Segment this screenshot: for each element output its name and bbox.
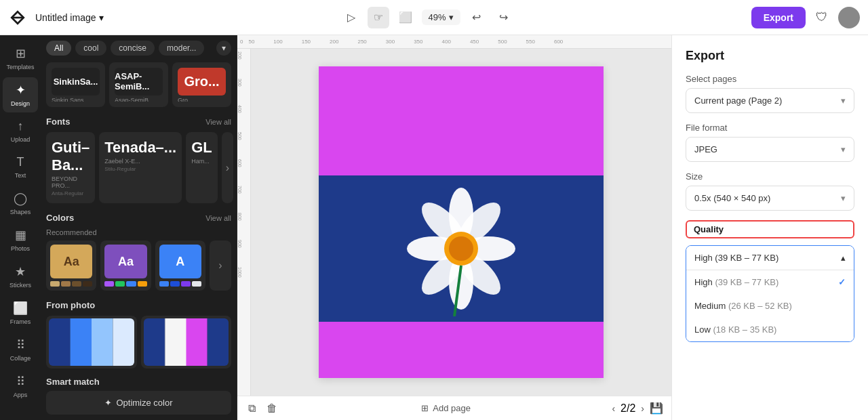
- font-item-name-2: Ham...: [191, 158, 212, 165]
- quality-selected-row[interactable]: High (39 KB – 77 KB) ▴: [686, 246, 854, 270]
- design-icon: ✦: [16, 83, 26, 98]
- quality-option-low[interactable]: Low (18 KB – 35 KB): [686, 318, 854, 341]
- quality-option-label-low: Low (18 KB – 35 KB): [694, 324, 776, 335]
- canvas-top-band: [319, 66, 604, 175]
- colors-view-all[interactable]: View all: [205, 214, 231, 222]
- photo-card-1[interactable]: [141, 316, 232, 369]
- select-pages-label: Select pages: [686, 74, 854, 84]
- color-cards-row: Aa Aa A: [46, 240, 231, 291]
- logo[interactable]: [8, 8, 27, 27]
- canvas-middle-band: [319, 175, 604, 322]
- svg-point-10: [449, 236, 473, 261]
- add-page-icon: ⊞: [421, 403, 429, 413]
- play-icon[interactable]: ▷: [340, 7, 362, 28]
- font-card-preview-2: Gro...: [184, 74, 219, 89]
- sidebar-item-templates[interactable]: ⊞ Templates: [3, 41, 38, 76]
- cursor-icon[interactable]: ☞: [368, 7, 389, 28]
- next-page-btn[interactable]: ›: [641, 403, 644, 414]
- topbar-right: Export 🛡: [751, 7, 860, 28]
- canvas-wrapper: Page 2: [319, 66, 604, 378]
- quality-option-medium[interactable]: Medium (26 KB – 52 KB): [686, 294, 854, 318]
- photo-card-0[interactable]: [46, 316, 137, 369]
- canvas-inner: Page 2: [251, 49, 671, 396]
- add-page-label[interactable]: Add page: [433, 403, 471, 413]
- quality-option-label-medium: Medium (26 KB – 52 KB): [694, 301, 792, 311]
- canvas-frame[interactable]: [319, 66, 604, 378]
- filter-tab-concise[interactable]: concise: [111, 41, 155, 56]
- color-chip: [138, 281, 147, 287]
- avatar[interactable]: [838, 7, 860, 28]
- color-chip: [83, 281, 92, 287]
- font-card-name-2: Gro...: [178, 97, 226, 102]
- color-more-btn[interactable]: ›: [210, 240, 231, 291]
- optimize-icon: ✦: [104, 398, 112, 408]
- export-button[interactable]: Export: [751, 7, 806, 28]
- shield-icon[interactable]: 🛡: [811, 7, 833, 28]
- sidebar-item-shapes[interactable]: ◯ Shapes: [3, 186, 38, 221]
- fonts-view-all[interactable]: View all: [205, 118, 231, 126]
- font-more-btn[interactable]: ›: [222, 132, 233, 203]
- sidebar-item-upload[interactable]: ↑ Upload: [3, 114, 38, 148]
- redo-icon[interactable]: ↪: [493, 7, 515, 28]
- sidebar-item-frames[interactable]: ⬜ Frames: [3, 295, 38, 331]
- color-card-2[interactable]: A: [155, 240, 205, 291]
- font-card-1[interactable]: ASAP-SemiB... Asap-SemiB...: [109, 62, 168, 107]
- select-pages-dropdown[interactable]: Current page (Page 2) ▾: [686, 88, 854, 113]
- sidebar-item-collage[interactable]: ⠿ Collage: [3, 332, 38, 367]
- filter-more-btn[interactable]: ▾: [216, 41, 231, 56]
- font-card-0[interactable]: SinkinSa... Sinkin Sans: [46, 62, 105, 107]
- apps-icon: ⠿: [16, 374, 25, 389]
- photo-canvas-1: [144, 318, 229, 366]
- export-title: Export: [686, 49, 854, 63]
- export-panel: Export Select pages Current page (Page 2…: [671, 35, 868, 420]
- quality-option-high[interactable]: High (39 KB – 77 KB) ✓: [686, 270, 854, 294]
- chevron-down-icon: ▾: [449, 12, 454, 22]
- font-item-sub-0: Anta-Regular: [52, 190, 90, 196]
- quality-option-label: High (39 KB – 77 KB): [694, 277, 778, 287]
- smart-match-title: Smart match: [46, 377, 231, 387]
- filter-tab-cool[interactable]: cool: [75, 41, 106, 56]
- size-value: 0.5x (540 × 540 px): [694, 193, 770, 203]
- delete-icon[interactable]: 🗑: [264, 400, 280, 417]
- chevron-down-icon: ▾: [841, 96, 846, 106]
- color-chip: [126, 281, 136, 287]
- font-item-1[interactable]: Tenada–... Zaebel X-E... Stilu-Regular: [99, 132, 182, 203]
- color-card-1[interactable]: Aa: [100, 240, 151, 291]
- sidebar-item-photos[interactable]: ▦ Photos: [3, 222, 38, 257]
- font-cards-row: SinkinSa... Sinkin Sans ASAP-SemiB... As…: [46, 62, 231, 107]
- upload-icon: ↑: [18, 119, 24, 133]
- optimize-color-button[interactable]: ✦ Optimize color: [46, 391, 231, 415]
- device-icon[interactable]: ⬜: [395, 7, 416, 28]
- file-format-dropdown[interactable]: JPEG ▾: [686, 137, 854, 162]
- quality-label: Quality: [686, 220, 854, 238]
- color-card-0[interactable]: Aa: [46, 240, 96, 291]
- sidebar-item-text[interactable]: T Text: [3, 150, 38, 184]
- sidebar-item-stickers[interactable]: ★ Stickers: [3, 259, 38, 294]
- size-dropdown[interactable]: 0.5x (540 × 540 px) ▾: [686, 186, 854, 211]
- font-item-0[interactable]: Guti–Ba... BEYOND PRO... Anta-Regular: [46, 132, 95, 203]
- zoom-control[interactable]: 49% ▾: [422, 9, 460, 25]
- font-item-2[interactable]: GL Ham...: [186, 132, 218, 203]
- filter-tab-moder[interactable]: moder...: [159, 41, 204, 56]
- undo-icon[interactable]: ↩: [466, 7, 488, 28]
- flower-image: [400, 181, 522, 316]
- sidebar-item-design[interactable]: ✦ Design: [3, 77, 38, 112]
- color-chip: [104, 281, 114, 287]
- canvas-bottombar: ⧉ 🗑 ⊞ Add page ‹ 2/2 › 💾: [237, 396, 671, 420]
- colors-section-header: Colors View all: [46, 213, 231, 223]
- canvas-content: [319, 66, 604, 378]
- fonts-row: Guti–Ba... BEYOND PRO... Anta-Regular Te…: [46, 132, 231, 203]
- save-button[interactable]: 💾: [650, 402, 663, 415]
- chevron-down-icon: ▾: [841, 193, 846, 203]
- shapes-icon: ◯: [14, 191, 27, 206]
- prev-page-btn[interactable]: ‹: [612, 403, 615, 414]
- file-title[interactable]: Untitled image ▾: [35, 12, 104, 23]
- quality-selected-value: High (39 KB – 77 KB): [694, 253, 778, 263]
- copy-icon[interactable]: ⧉: [245, 400, 258, 417]
- chevron-down-icon: ▾: [841, 144, 846, 154]
- color-chips-0: [50, 281, 92, 287]
- photo-cards-row: [46, 316, 231, 369]
- font-card-2[interactable]: Gro... Gro...: [172, 62, 231, 107]
- sidebar-item-apps[interactable]: ⠿ Apps: [3, 369, 38, 404]
- filter-tab-all[interactable]: All: [46, 41, 71, 56]
